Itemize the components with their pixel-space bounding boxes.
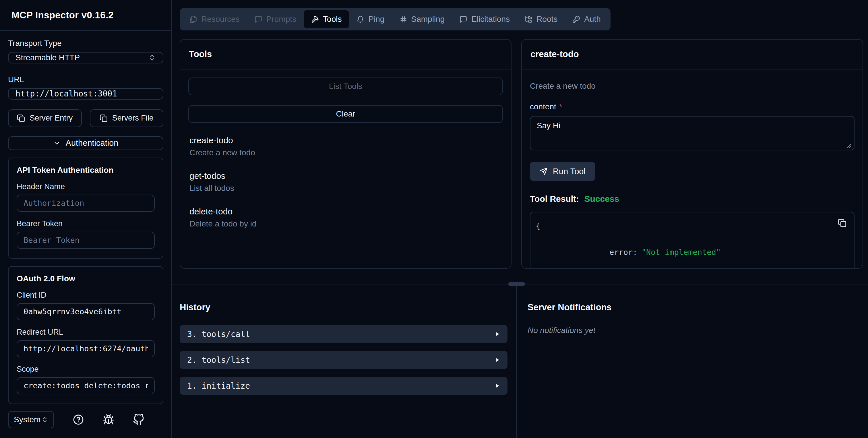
api-token-title: API Token Authentication: [17, 166, 155, 175]
help-circle-icon: [73, 414, 84, 425]
scope-input[interactable]: [17, 377, 155, 395]
header-name-input[interactable]: [17, 195, 155, 212]
tab-roots[interactable]: Roots: [517, 10, 565, 28]
sidebar: MCP Inspector v0.16.2 Transport Type Str…: [0, 0, 172, 438]
tool-name: get-todos: [189, 171, 502, 181]
tab-resources[interactable]: Resources: [182, 10, 247, 28]
tab-label: Prompts: [267, 14, 296, 24]
run-tool-panel: create-todo Create a new todo content * …: [521, 39, 863, 269]
url-input[interactable]: [8, 88, 163, 100]
resize-handle-icon[interactable]: [847, 144, 851, 148]
github-icon: [133, 414, 144, 426]
servers-file-button[interactable]: Servers File: [90, 110, 164, 127]
history-title: History: [180, 302, 507, 313]
history-row-label: 1. initialize: [187, 381, 250, 390]
tab-prompts[interactable]: Prompts: [247, 10, 304, 28]
theme-select[interactable]: System: [8, 411, 54, 428]
run-tool-panel-title: create-todo: [530, 49, 579, 59]
tools-panel-title: Tools: [189, 49, 212, 59]
list-tools-button[interactable]: List Tools: [188, 77, 503, 95]
github-button[interactable]: [133, 414, 144, 426]
sidebar-header: MCP Inspector v0.16.2: [0, 0, 172, 31]
tab-elicitations[interactable]: Elicitations: [452, 10, 517, 28]
tab-label: Auth: [584, 14, 601, 24]
tool-name: delete-todo: [189, 207, 502, 216]
run-tool-button[interactable]: Run Tool: [530, 162, 595, 181]
clear-button[interactable]: Clear: [188, 105, 503, 123]
result-json-box: { error:"Not implemented" }: [530, 212, 855, 268]
tool-item-create-todo[interactable]: create-todo Create a new todo: [189, 135, 502, 157]
help-button[interactable]: [73, 414, 84, 425]
content-field-label: content *: [530, 102, 855, 112]
server-entry-label: Server Entry: [30, 114, 73, 123]
required-marker: *: [559, 102, 562, 112]
authentication-toggle-label: Authentication: [66, 138, 119, 148]
url-label: URL: [8, 75, 163, 84]
history-row-tools-call[interactable]: 3. tools/call: [180, 325, 507, 343]
transport-type-select[interactable]: Streamable HTTP: [8, 52, 163, 63]
copy-icon: [100, 114, 107, 122]
bearer-token-label: Bearer Token: [17, 219, 155, 228]
content-field-area: Say Hi: [530, 116, 855, 152]
bell-icon: [356, 15, 364, 23]
chevrons-up-down-icon: [148, 54, 156, 61]
tabbar: Resources Prompts Tools Ping Sampling El…: [180, 8, 611, 30]
bug-report-button[interactable]: [103, 414, 114, 426]
history-row-tools-list[interactable]: 2. tools/list: [180, 351, 507, 369]
key-icon: [572, 15, 580, 23]
copy-result-button[interactable]: [838, 219, 846, 227]
copy-icon: [838, 219, 846, 227]
redirect-url-input[interactable]: [17, 340, 155, 357]
footer-icons: [54, 414, 163, 426]
tab-ping[interactable]: Ping: [349, 10, 392, 28]
server-notifications-title: Server Notifications: [528, 302, 868, 313]
hash-icon: [400, 15, 407, 23]
scope-label: Scope: [17, 365, 155, 374]
bearer-token-input[interactable]: [17, 231, 155, 249]
client-id-input[interactable]: [17, 303, 155, 320]
tab-auth[interactable]: Auth: [565, 10, 608, 28]
main-area: Resources Prompts Tools Ping Sampling El…: [172, 0, 868, 438]
history-row-label: 2. tools/list: [187, 355, 250, 365]
server-entry-button[interactable]: Server Entry: [8, 110, 82, 127]
tab-label: Ping: [368, 14, 384, 24]
sidebar-body: Transport Type Streamable HTTP URL Serve…: [0, 31, 172, 438]
split-drag-handle[interactable]: [508, 282, 525, 286]
message-square-icon: [460, 15, 467, 23]
tool-item-delete-todo[interactable]: delete-todo Delete a todo by id: [189, 207, 502, 228]
history-row-initialize[interactable]: 1. initialize: [180, 377, 507, 395]
files-icon: [189, 15, 197, 23]
tool-result-line: Tool Result: Success: [530, 194, 855, 204]
chevrons-up-down-icon: [41, 416, 48, 423]
content-textarea[interactable]: Say Hi: [530, 116, 855, 150]
app-title: MCP Inspector v0.16.2: [11, 10, 114, 21]
content-label-text: content: [530, 102, 556, 112]
transport-type-label: Transport Type: [8, 39, 163, 48]
redirect-url-label: Redirect URL: [17, 328, 155, 337]
oauth-card: OAuth 2.0 Flow Client ID Redirect URL Sc…: [8, 266, 163, 404]
top-row: Tools List Tools Clear create-todo Creat…: [172, 30, 868, 269]
tab-tools[interactable]: Tools: [304, 10, 349, 28]
tab-label: Sampling: [411, 14, 445, 24]
chevron-down-icon: [53, 139, 61, 147]
api-token-card: API Token Authentication Header Name Bea…: [8, 158, 163, 259]
tool-result-status: Success: [584, 194, 619, 204]
server-notifications-panel: Server Notifications No notifications ye…: [517, 284, 868, 438]
json-open-brace: {: [536, 219, 846, 232]
folder-tree-icon: [525, 15, 532, 23]
tool-item-get-todos[interactable]: get-todos List all todos: [189, 171, 502, 193]
tools-panel-body: List Tools Clear create-todo Create a ne…: [180, 69, 511, 268]
tab-sampling[interactable]: Sampling: [392, 10, 453, 28]
notifications-empty-message: No notifications yet: [528, 326, 868, 335]
authentication-toggle[interactable]: Authentication: [8, 136, 163, 150]
hammer-icon: [311, 15, 319, 23]
json-key: error:: [609, 248, 638, 257]
horizontal-split-divider: [172, 284, 868, 284]
tool-list: create-todo Create a new todo get-todos …: [188, 135, 503, 228]
sidebar-footer: System: [8, 404, 163, 430]
json-string-value: "Not implemented": [642, 248, 721, 257]
play-expand-icon: [494, 331, 500, 337]
tool-description: Create a new todo: [530, 82, 855, 91]
indent-guide: [548, 232, 548, 246]
history-row-label: 3. tools/call: [187, 330, 250, 339]
